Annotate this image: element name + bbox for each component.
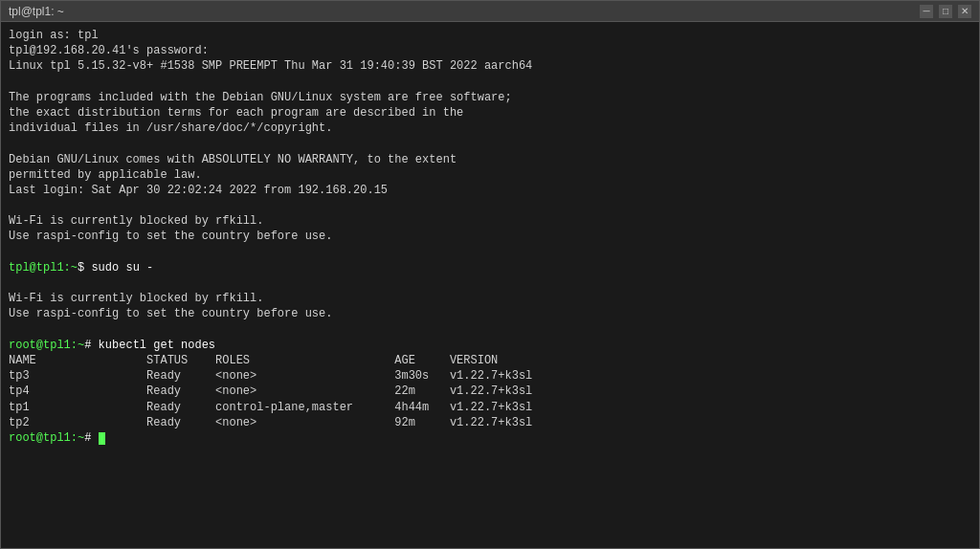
terminal-line: tpl@tpl1:~$ sudo su - <box>9 260 971 275</box>
terminal-line: the exact distribution terms for each pr… <box>9 105 971 121</box>
terminal-line: tp2 Ready <none> 92m v1.22.7+k3sl <box>9 415 971 430</box>
terminal-line: root@tpl1:~# kubectl get nodes <box>9 338 971 353</box>
terminal-line: tpl@192.168.20.41's password: <box>9 43 971 58</box>
terminal-line: tp3 Ready <none> 3m30s v1.22.7+k3sl <box>9 368 971 384</box>
terminal-line: Wi-Fi is currently blocked by rfkill. <box>9 213 971 229</box>
terminal-line: Debian GNU/Linux comes with ABSOLUTELY N… <box>9 152 971 167</box>
terminal-line: NAME STATUS ROLES AGE VERSION <box>9 353 971 368</box>
terminal-line: Last login: Sat Apr 30 22:02:24 2022 fro… <box>9 183 971 198</box>
terminal-line: tp1 Ready control-plane,master 4h44m v1.… <box>9 400 971 415</box>
terminal-line: Wi-Fi is currently blocked by rfkill. <box>9 291 971 306</box>
title-bar: tpl@tpl1: ~ ─ □ ✕ <box>1 1 979 22</box>
terminal-line <box>9 198 971 213</box>
terminal-cursor <box>99 432 105 445</box>
terminal-body[interactable]: login as: tpltpl@192.168.20.41's passwor… <box>1 22 979 548</box>
close-button[interactable]: ✕ <box>958 5 971 18</box>
terminal-line <box>9 322 971 338</box>
terminal-line: individual files in /usr/share/doc/*/cop… <box>9 121 971 136</box>
terminal-line: Linux tpl 5.15.32-v8+ #1538 SMP PREEMPT … <box>9 58 971 74</box>
terminal-line: login as: tpl <box>9 28 971 43</box>
terminal-line: The programs included with the Debian GN… <box>9 90 971 105</box>
window-title: tpl@tpl1: ~ <box>9 5 64 18</box>
maximize-button[interactable]: □ <box>939 5 952 18</box>
terminal-line: root@tpl1:~# <box>9 430 971 446</box>
minimize-button[interactable]: ─ <box>920 5 933 18</box>
terminal-window: tpl@tpl1: ~ ─ □ ✕ login as: tpltpl@192.1… <box>0 0 980 549</box>
terminal-line: permitted by applicable law. <box>9 167 971 183</box>
terminal-line <box>9 275 971 291</box>
terminal-line <box>9 136 971 151</box>
window-controls: ─ □ ✕ <box>920 5 971 18</box>
terminal-line <box>9 75 971 90</box>
terminal-line: Use raspi-config to set the country befo… <box>9 306 971 321</box>
terminal-line: Use raspi-config to set the country befo… <box>9 229 971 244</box>
terminal-line <box>9 245 971 260</box>
terminal-line: tp4 Ready <none> 22m v1.22.7+k3sl <box>9 384 971 399</box>
